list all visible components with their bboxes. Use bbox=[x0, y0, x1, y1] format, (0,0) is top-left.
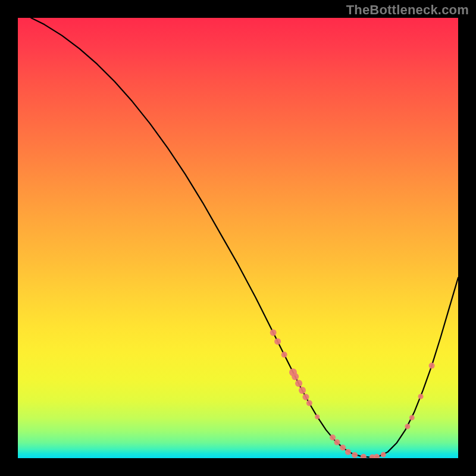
data-marker bbox=[409, 415, 415, 420]
data-markers bbox=[270, 330, 435, 458]
data-marker bbox=[361, 454, 367, 458]
data-marker bbox=[429, 363, 435, 369]
chart-container: TheBottleneck.com bbox=[0, 0, 476, 476]
data-marker bbox=[381, 452, 386, 458]
plot-overlay-svg bbox=[18, 18, 458, 458]
data-marker bbox=[334, 439, 340, 445]
data-marker bbox=[405, 424, 410, 429]
plot-area bbox=[18, 18, 458, 458]
watermark-text: TheBottleneck.com bbox=[346, 2, 469, 18]
data-marker bbox=[270, 330, 277, 336]
data-marker bbox=[299, 387, 306, 394]
data-marker bbox=[306, 400, 312, 406]
data-marker bbox=[274, 338, 281, 345]
data-marker bbox=[374, 454, 380, 458]
data-marker bbox=[352, 452, 358, 458]
data-marker bbox=[295, 380, 302, 387]
data-marker bbox=[281, 352, 287, 358]
data-marker bbox=[345, 449, 351, 455]
bottleneck-curve bbox=[31, 18, 458, 458]
data-marker bbox=[418, 394, 424, 399]
data-marker bbox=[302, 394, 309, 400]
data-marker bbox=[315, 414, 320, 419]
data-marker bbox=[340, 444, 346, 450]
data-marker bbox=[330, 434, 336, 440]
data-marker bbox=[292, 373, 299, 380]
